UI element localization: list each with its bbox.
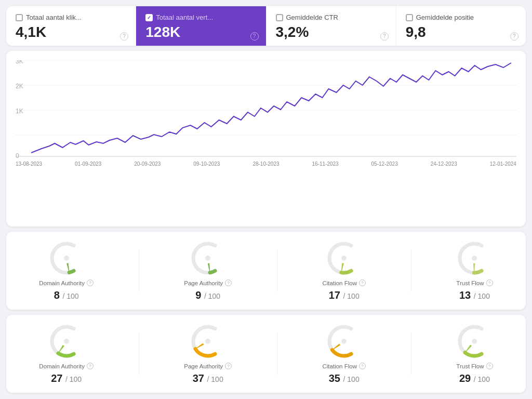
- metrics-card: Totaal aantal klik... 4,1K ? Totaal aant…: [6, 6, 526, 46]
- gauge: [190, 323, 226, 360]
- authority-item-trust-flow-authority-row-2: Trust Flow ? 29 / 100: [456, 323, 493, 384]
- metric-label-ctr: Gemiddelde CTR: [286, 14, 338, 21]
- help-icon[interactable]: ?: [87, 280, 94, 286]
- authority-value: 9 / 100: [195, 289, 220, 301]
- chart-x-label: 05-12-2023: [371, 161, 398, 167]
- divider: [411, 333, 411, 375]
- gauge: [456, 323, 493, 360]
- metric-label-position: Gemiddelde positie: [416, 14, 474, 21]
- chart-x-label: 13-08-2023: [16, 161, 42, 167]
- authority-label: Page Authority ?: [184, 363, 232, 369]
- authority-label: Page Authority ?: [184, 280, 232, 286]
- help-icon[interactable]: ?: [486, 363, 493, 369]
- authority-label: Domain Authority ?: [39, 363, 94, 369]
- metric-help-impressions[interactable]: ?: [250, 32, 259, 41]
- authority-item-citation-flow-authority-row-1: Citation Flow ? 17 / 100: [322, 240, 365, 301]
- divider: [277, 250, 277, 291]
- metric-item-impressions[interactable]: Totaal aantal vert... 128K ?: [136, 6, 266, 46]
- authority-value: 13 / 100: [459, 289, 490, 301]
- help-icon[interactable]: ?: [87, 363, 94, 369]
- authority-section-2: Domain Authority ? 27 / 100 Page Authori…: [6, 315, 526, 393]
- authority-item-trust-flow-authority-row-1: Trust Flow ? 13 / 100: [456, 240, 493, 301]
- metric-help-ctr[interactable]: ?: [380, 32, 389, 41]
- metric-header-impressions: Totaal aantal vert...: [145, 14, 256, 21]
- svg-point-24: [472, 339, 477, 344]
- authority-label: Trust Flow ?: [456, 280, 493, 286]
- chart-x-label: 12-01-2024: [490, 161, 516, 167]
- gauge: [48, 323, 85, 360]
- authority-label: Citation Flow ?: [322, 363, 365, 369]
- chart-x-label: 28-10-2023: [252, 161, 279, 167]
- chart-x-label: 20-09-2023: [134, 161, 161, 167]
- svg-point-14: [341, 256, 347, 261]
- gauge: [48, 240, 85, 276]
- metric-checkbox-impressions[interactable]: [145, 14, 153, 21]
- authority-value: 37 / 100: [193, 373, 223, 384]
- chart-area: 3K 2K 1K 0: [16, 60, 516, 159]
- authority-section-1: Domain Authority ? 8 / 100 Page Authorit…: [6, 232, 526, 310]
- authority-label: Trust Flow ?: [456, 363, 493, 369]
- divider: [139, 250, 139, 291]
- metric-label-clicks: Totaal aantal klik...: [26, 14, 82, 21]
- metric-checkbox-position[interactable]: [406, 14, 413, 21]
- authority-value: 35 / 100: [329, 373, 360, 384]
- help-icon[interactable]: ?: [359, 280, 366, 286]
- divider: [411, 250, 411, 291]
- svg-point-18: [64, 339, 69, 344]
- chart-x-label: 09-10-2023: [193, 161, 220, 167]
- authority-label: Domain Authority ?: [39, 280, 94, 286]
- divider: [139, 333, 139, 375]
- metric-help-clicks[interactable]: ?: [120, 32, 128, 41]
- svg-point-10: [64, 256, 69, 261]
- authority-item-domain-authority-authority-row-2: Domain Authority ? 27 / 100: [39, 323, 94, 384]
- svg-text:3K: 3K: [16, 60, 23, 65]
- help-icon[interactable]: ?: [225, 280, 232, 286]
- help-icon[interactable]: ?: [486, 280, 493, 286]
- svg-text:1K: 1K: [16, 108, 23, 115]
- authority-value: 27 / 100: [51, 373, 82, 384]
- svg-text:2K: 2K: [16, 83, 23, 90]
- svg-point-16: [472, 256, 477, 261]
- metric-header-ctr: Gemiddelde CTR: [276, 14, 387, 21]
- authority-item-page-authority-authority-row-1: Page Authority ? 9 / 100: [184, 240, 232, 301]
- authority-item-domain-authority-authority-row-1: Domain Authority ? 8 / 100: [39, 240, 94, 301]
- metric-item-position[interactable]: Gemiddelde positie 9,8 ?: [396, 6, 526, 46]
- metric-help-position[interactable]: ?: [510, 32, 518, 41]
- authority-item-citation-flow-authority-row-2: Citation Flow ? 35 / 100: [322, 323, 365, 384]
- chart-card: 3K 2K 1K 0 13-08-202301-09-202320-09-202…: [6, 51, 526, 227]
- metric-label-impressions: Totaal aantal vert...: [156, 14, 213, 21]
- svg-point-22: [341, 339, 347, 344]
- help-icon[interactable]: ?: [359, 363, 366, 369]
- metric-value-position: 9,8: [406, 24, 516, 41]
- authority-value: 8 / 100: [54, 289, 79, 301]
- metric-item-ctr[interactable]: Gemiddelde CTR 3,2% ?: [267, 6, 396, 46]
- authority-item-page-authority-authority-row-2: Page Authority ? 37 / 100: [184, 323, 232, 384]
- metric-checkbox-clicks[interactable]: [16, 14, 23, 21]
- gauge: [190, 240, 226, 276]
- chart-x-labels: 13-08-202301-09-202320-09-202309-10-2023…: [16, 159, 516, 167]
- chart-x-label: 01-09-2023: [75, 161, 101, 167]
- metric-value-ctr: 3,2%: [276, 24, 387, 41]
- divider: [277, 333, 277, 375]
- authority-value: 29 / 100: [459, 373, 490, 384]
- chart-x-label: 24-12-2023: [431, 161, 457, 167]
- svg-text:0: 0: [16, 152, 19, 159]
- svg-point-12: [205, 256, 210, 261]
- gauge: [326, 323, 362, 360]
- metric-checkbox-ctr[interactable]: [276, 14, 283, 21]
- chart-x-label: 16-11-2023: [312, 161, 338, 167]
- metric-value-impressions: 128K: [145, 24, 256, 41]
- svg-point-20: [205, 339, 210, 344]
- authority-label: Citation Flow ?: [322, 280, 365, 286]
- help-icon[interactable]: ?: [225, 363, 232, 369]
- gauge: [326, 240, 362, 276]
- metric-value-clicks: 4,1K: [16, 24, 126, 41]
- gauge: [456, 240, 493, 276]
- metric-header-clicks: Totaal aantal klik...: [16, 14, 126, 21]
- authority-value: 17 / 100: [329, 289, 360, 301]
- metric-item-clicks[interactable]: Totaal aantal klik... 4,1K ?: [6, 6, 136, 46]
- metric-header-position: Gemiddelde positie: [406, 14, 516, 21]
